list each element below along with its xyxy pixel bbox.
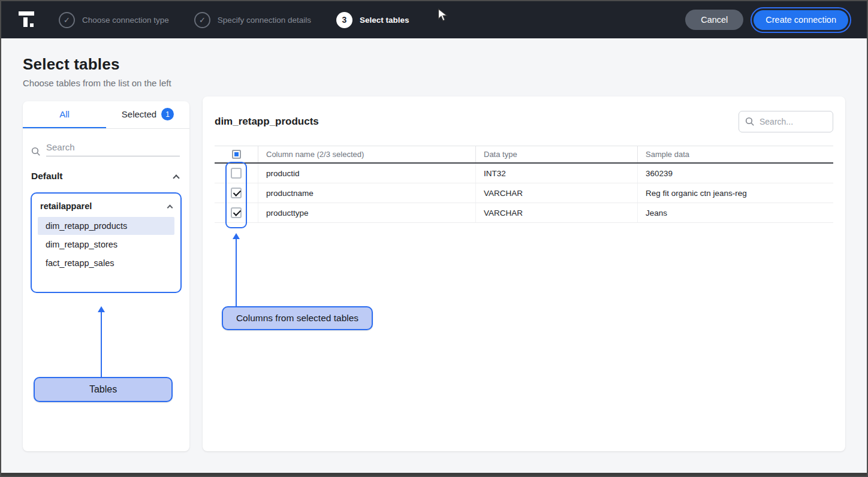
select-all-checkbox[interactable] xyxy=(232,150,241,159)
sample-data-header: Sample data xyxy=(637,146,833,162)
sidebar-tabs: All Selected 1 xyxy=(23,101,189,129)
tab-selected-label: Selected xyxy=(122,109,156,119)
table-row: productname VARCHAR Reg fit organic ctn … xyxy=(215,183,833,203)
tab-all-label: All xyxy=(59,109,70,119)
step-select-tables[interactable]: 3 Select tables xyxy=(336,12,409,28)
table-list-item[interactable]: dim_retapp_products xyxy=(38,217,174,235)
group-default[interactable]: Default xyxy=(23,156,189,191)
thoughtspot-logo-icon xyxy=(17,10,37,30)
schema-annotation-outline: retailapparel dim_retapp_products dim_re… xyxy=(31,192,182,293)
selected-table-title: dim_retapp_products xyxy=(215,116,319,128)
column-name-cell: producttype xyxy=(258,203,475,222)
step-specify-connection-details[interactable]: ✓ Specify connection details xyxy=(194,12,311,28)
step-label: Select tables xyxy=(360,16,409,25)
arrow-up-icon xyxy=(98,306,105,312)
search-icon xyxy=(31,147,41,156)
chevron-up-icon xyxy=(167,205,173,211)
step-choose-connection-type[interactable]: ✓ Choose connection type xyxy=(59,12,169,28)
group-default-label: Default xyxy=(31,171,63,182)
table-list-item[interactable]: dim_retapp_stores xyxy=(38,236,174,253)
column-name-header: Column name (2/3 selected) xyxy=(258,146,475,162)
schema-label: retailapparel xyxy=(40,201,92,211)
tables-sidebar: All Selected 1 Default xyxy=(23,101,189,451)
search-icon xyxy=(745,117,755,126)
step-number: 3 xyxy=(336,12,352,28)
content-area: All Selected 1 Default xyxy=(1,96,867,451)
table-row: productid INT32 360239 xyxy=(215,164,833,183)
sample-data-cell: Reg fit organic ctn jeans-reg xyxy=(637,183,833,203)
step-label: Specify connection details xyxy=(218,16,311,25)
step-label: Choose connection type xyxy=(82,16,169,25)
columns-table-header: Column name (2/3 selected) Data type Sam… xyxy=(215,146,833,164)
sample-data-cell: 360239 xyxy=(637,164,833,183)
columns-annotation-arrow xyxy=(232,233,240,306)
columns-search xyxy=(739,111,833,132)
page-header: Select tables Choose tables from the lis… xyxy=(1,38,867,96)
table-row: producttype VARCHAR Jeans xyxy=(215,203,833,223)
create-connection-highlight: Create connection xyxy=(751,7,851,33)
data-type-cell: VARCHAR xyxy=(475,203,637,222)
tab-all[interactable]: All xyxy=(23,101,106,128)
sample-data-cell: Jeans xyxy=(637,203,833,222)
mouse-cursor xyxy=(438,8,448,22)
create-connection-button[interactable]: Create connection xyxy=(754,10,848,30)
tables-annotation-arrow xyxy=(97,306,106,377)
tables-annotation-label: Tables xyxy=(34,377,173,402)
row-checkbox[interactable] xyxy=(231,207,242,218)
data-type-header: Data type xyxy=(475,146,637,162)
app-window: ✓ Choose connection type ✓ Specify conne… xyxy=(0,0,868,477)
schema-retailapparel[interactable]: retailapparel xyxy=(32,194,180,216)
cancel-button[interactable]: Cancel xyxy=(685,10,743,30)
chevron-up-icon xyxy=(173,174,179,181)
columns-panel: dim_retapp_products Column xyxy=(203,96,845,451)
wizard-topbar: ✓ Choose connection type ✓ Specify conne… xyxy=(1,1,867,38)
step-done-check-icon: ✓ xyxy=(59,12,75,28)
arrow-up-icon xyxy=(233,233,240,239)
tab-selected[interactable]: Selected 1 xyxy=(106,101,189,128)
sidebar-search-input[interactable] xyxy=(46,142,180,152)
data-type-cell: INT32 xyxy=(475,164,637,183)
sidebar-search xyxy=(23,129,189,156)
row-checkbox[interactable] xyxy=(231,188,242,198)
data-type-cell: VARCHAR xyxy=(475,183,637,203)
wizard-steps: ✓ Choose connection type ✓ Specify conne… xyxy=(59,12,409,28)
columns-table: Column name (2/3 selected) Data type Sam… xyxy=(215,146,833,223)
row-checkbox[interactable] xyxy=(231,168,242,179)
table-list-item[interactable]: fact_retapp_sales xyxy=(38,254,174,272)
step-done-check-icon: ✓ xyxy=(194,12,210,28)
column-name-cell: productname xyxy=(258,183,475,203)
selected-count-badge: 1 xyxy=(161,108,174,120)
columns-annotation-label: Columns from selected tables xyxy=(222,306,373,330)
page-subtitle: Choose tables from the list on the left xyxy=(23,78,845,88)
column-name-cell: productid xyxy=(258,164,475,183)
columns-search-input[interactable] xyxy=(760,117,827,126)
columns-panel-header: dim_retapp_products xyxy=(215,111,833,132)
window-bottom-edge xyxy=(1,473,867,476)
page-title: Select tables xyxy=(23,55,845,74)
